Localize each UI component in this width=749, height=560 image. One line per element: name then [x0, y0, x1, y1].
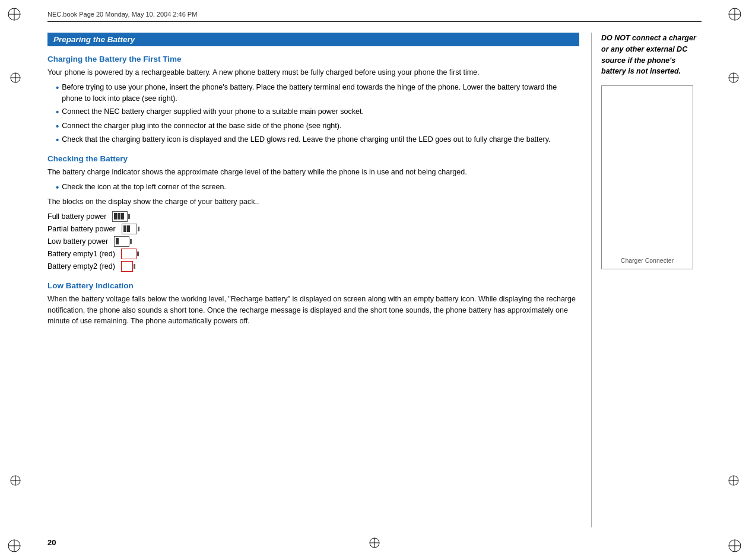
section-header: Preparing the Battery [47, 33, 579, 46]
corner-mark-tr [726, 6, 743, 23]
bullet-text: Check that the charging battery icon is … [62, 134, 550, 145]
checking-title: Checking the Battery [47, 154, 579, 163]
page-number: 20 [47, 538, 56, 547]
battery-label: Full battery power [47, 212, 106, 221]
bullet-dot: • [56, 182, 59, 193]
charging-intro: Your phone is powered by a rechargeable … [47, 67, 579, 78]
battery-row-empty1: Battery empty1 (red) [47, 249, 579, 259]
bar-empty [131, 225, 134, 232]
bullet-item: • Check the icon at the top left corner … [56, 182, 579, 193]
battery-label: Low battery power [47, 237, 108, 246]
topbar-text: NEC.book Page 20 Monday, May 10, 2004 2:… [47, 11, 197, 18]
bullet-item: • Check that the charging battery icon i… [56, 134, 579, 146]
checking-bullet: • Check the icon at the top left corner … [56, 182, 579, 193]
battery-label: Battery empty1 (red) [47, 250, 115, 258]
bar-empty [123, 263, 126, 269]
bullet-dot: • [56, 106, 59, 118]
battery-icon-partial [122, 224, 137, 234]
right-sidebar: DO NOT connect a charger or any other ex… [592, 33, 702, 527]
bar [127, 225, 130, 232]
corner-mark-tl [6, 6, 23, 23]
battery-row-empty2: Battery empty2 (red) [47, 261, 579, 272]
bar [118, 213, 120, 219]
top-bar: NEC.book Page 20 Monday, May 10, 2004 2:… [47, 11, 702, 22]
bullet-dot: • [56, 82, 59, 94]
bar-empty [123, 250, 126, 257]
low-battery-para: When the battery voltage falls below the… [47, 294, 579, 327]
bar-empty [130, 250, 133, 257]
charging-title: Charging the Battery the First Time [47, 55, 579, 63]
bullet-text: Before trying to use your phone, insert … [62, 82, 579, 104]
battery-icon-low [114, 236, 129, 247]
battery-row-low: Low battery power [47, 236, 579, 247]
sidebar-image-box: Charger Connecter [601, 85, 693, 269]
side-mark-left-top [9, 71, 22, 86]
bullet-item: • Connect the NEC battery charger suppli… [56, 106, 579, 118]
bullet-text: Connect the charger plug into the connec… [62, 120, 341, 132]
corner-mark-bl [6, 537, 23, 554]
corner-mark-br [726, 537, 743, 554]
sidebar-note: DO NOT connect a charger or any other ex… [601, 33, 702, 77]
bullet-item: • Connect the charger plug into the conn… [56, 120, 579, 132]
bullet-item: • Before trying to use your phone, inser… [56, 82, 579, 104]
bar [114, 213, 117, 219]
bar-empty [123, 238, 126, 244]
left-column: Preparing the Battery Charging the Batte… [47, 33, 592, 527]
battery-icon-full [112, 211, 128, 222]
bar [116, 238, 119, 244]
low-battery-title: Low Battery Indication [47, 281, 579, 290]
bullet-text: Check the icon at the top left corner of… [62, 182, 226, 193]
side-mark-right-bottom [727, 474, 740, 489]
main-content: Preparing the Battery Charging the Batte… [47, 33, 702, 527]
battery-label: Partial battery power [47, 225, 116, 233]
checking-intro: The battery charge indicator shows the a… [47, 167, 579, 178]
bar [123, 225, 126, 232]
bullet-text: Connect the NEC battery charger supplied… [62, 106, 364, 117]
battery-row-partial: Partial battery power [47, 224, 579, 234]
sidebar-image-caption: Charger Connecter [602, 257, 693, 264]
blocks-text: The blocks on the display show the charg… [47, 196, 579, 208]
side-mark-bottom-center [368, 536, 381, 551]
bar-empty [126, 250, 129, 257]
bullet-dot: • [56, 134, 59, 146]
side-mark-left-bottom [9, 474, 22, 489]
battery-icon-empty1 [121, 249, 137, 259]
bar [121, 213, 124, 219]
bar-empty [126, 263, 129, 269]
bullet-dot: • [56, 120, 59, 132]
side-mark-right-top [727, 71, 740, 86]
bar-empty [119, 238, 122, 244]
charging-bullets: • Before trying to use your phone, inser… [56, 82, 579, 146]
battery-row-full: Full battery power [47, 211, 579, 222]
battery-icon-empty2 [121, 261, 133, 272]
battery-label: Battery empty2 (red) [47, 262, 115, 271]
